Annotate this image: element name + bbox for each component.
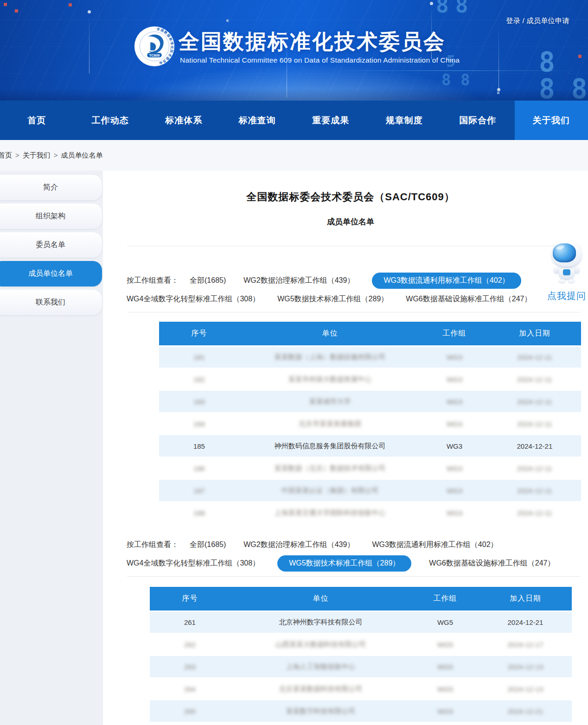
table-row: 262山西某某大数据科技有限公司WG52024-12-17 [150, 633, 572, 655]
cell-text: 264 [184, 685, 196, 693]
cell-text: 某某城市大学 [309, 397, 351, 405]
table-row: 186某某数据（北京）数据技术有限公司WG32024-12-11 [159, 457, 581, 479]
sidebar-item-contact-us[interactable]: 联系我们 [0, 290, 102, 315]
cell-text: 261 [184, 618, 196, 626]
cell-text: WG3 [447, 375, 462, 383]
decoration-square [226, 19, 229, 22]
table-cell: WG3 [421, 346, 488, 368]
filter-wg2[interactable]: WG2数据治理标准工作组（439） [243, 540, 354, 550]
filter-wg6[interactable]: WG6数据基础设施标准工作组（247） [429, 559, 555, 568]
filter-all[interactable]: 全部(1685) [190, 540, 226, 550]
table-cell: 上海某某交通大学国际科技创新中心 [239, 502, 421, 524]
table-cell: WG5 [411, 633, 479, 655]
filter-wg6[interactable]: WG6数据基础设施标准工作组（247） [406, 294, 531, 304]
cell-text: WG3 [447, 420, 462, 428]
nav-item-achievements[interactable]: 重要成果 [294, 101, 368, 140]
column-header-1: 单位 [239, 322, 421, 346]
workgroup-filters: 按工作组查看：全部(1685)WG2数据治理标准工作组（439）WG3数据流通利… [120, 271, 582, 308]
table-cell: 某某数字科技有限公司 [230, 700, 411, 722]
table-row: 188上海某某交通大学国际科技创新中心WG32024-12-11 [159, 502, 581, 524]
tc609-logo: 全国数据标准化技术委员会 TC609 [134, 26, 175, 67]
filter-row-2: WG4全域数字化转型标准工作组（308）WG5数据技术标准工作组（289）WG6… [127, 290, 582, 308]
table-cell: 183 [159, 390, 239, 413]
cell-text: 2024-12-21 [508, 618, 543, 626]
main-content: 全国数据标委会技术委员会（SAC/TC609） 成员单位名单 按工作组查看：全部… [103, 171, 588, 725]
table-cell: WG3 [421, 457, 488, 479]
cell-text: 某某市村级大数据发展中心 [288, 375, 372, 383]
column-header-3: 加入日期 [488, 322, 581, 346]
cell-text: 2024-12-11 [517, 375, 552, 383]
table-cell: 2024-12-21 [479, 611, 572, 633]
page-subtitle: 成员单位名单 [120, 216, 582, 227]
decoration-line [325, 70, 584, 71]
filter-wg5[interactable]: WG5数据技术标准工作组（289） [277, 555, 411, 572]
nav-item-home[interactable]: 首页 [0, 101, 74, 140]
assistant-widget[interactable]: 点我提问 [543, 240, 588, 302]
cell-text: WG5 [437, 663, 453, 671]
cell-text: 181 [193, 353, 205, 361]
decoration-digits: 8 8 [441, 70, 470, 89]
cell-text: 某某数据（上海）数据设施有限公司 [275, 353, 386, 361]
table-cell: WG3 [421, 368, 488, 390]
breadcrumb-item-0[interactable]: 首页 [0, 151, 12, 159]
filter-wg5[interactable]: WG5数据技术标准工作组（289） [277, 294, 388, 304]
sidebar-item-org-structure[interactable]: 组织架构 [0, 204, 102, 229]
sidebar-item-member-units[interactable]: 成员单位名单 [0, 261, 102, 286]
filter-row-1: 按工作组查看：全部(1685)WG2数据治理标准工作组（439）WG3数据流通利… [127, 271, 582, 290]
nav-item-standard-system[interactable]: 标准体系 [147, 101, 221, 140]
column-header-0: 序号 [159, 322, 239, 346]
cell-text: 北京市某某发展集团 [299, 420, 361, 427]
nav-item-regulations[interactable]: 规章制度 [368, 101, 441, 140]
filter-wg4[interactable]: WG4全域数字化转型标准工作组（308） [127, 294, 260, 304]
login-link[interactable]: 登录 / 成员单位申请 [506, 16, 569, 26]
cell-text: WG3 [447, 442, 462, 450]
table-cell: 186 [159, 457, 239, 479]
nav-item-about-us[interactable]: 关于我们 [515, 101, 588, 140]
cell-text: 上海人工智能创新中心 [286, 662, 356, 670]
filter-wg3[interactable]: WG3数据流通利用标准工作组（402） [372, 540, 498, 550]
cell-text: 北京某某数据科技有限公司 [279, 685, 363, 693]
column-header-0: 序号 [150, 587, 230, 611]
table-cell: 某某数据（北京）数据技术有限公司 [239, 457, 421, 479]
cell-text: 神州数码信息服务集团股份有限公司 [275, 442, 386, 450]
table-cell: 184 [159, 413, 239, 435]
filter-wg2[interactable]: WG2数据治理标准工作组（439） [243, 276, 354, 286]
cell-text: 185 [193, 442, 205, 450]
breadcrumb-item-1[interactable]: 关于我们 [23, 151, 51, 159]
section-2: 按工作组查看：全部(1685)WG2数据治理标准工作组（439）WG3数据流通利… [120, 535, 582, 723]
nav-item-international[interactable]: 国际合作 [441, 101, 515, 140]
robot-mascot-icon[interactable] [550, 240, 584, 285]
header-banner: 88 8 8 8 5 8 8 全国数据标准化技术委员会 TC609 全国数据标准… [0, 0, 588, 101]
workgroup-filters: 按工作组查看：全部(1685)WG2数据治理标准工作组（439）WG3数据流通利… [120, 535, 582, 572]
decoration-square [69, 3, 72, 6]
ask-me-label[interactable]: 点我提问 [543, 290, 588, 302]
breadcrumb: 首页>关于我们>成员单位名单 [0, 151, 103, 160]
cell-text: WG3 [447, 353, 462, 361]
filter-group-label: 按工作组查看： [127, 276, 179, 286]
breadcrumb-separator: > [54, 151, 58, 159]
breadcrumb-item-2: 成员单位名单 [61, 151, 103, 159]
sidebar-item-committee-members[interactable]: 委员名单 [0, 232, 102, 258]
filter-all[interactable]: 全部(1685) [190, 276, 226, 286]
sidebar-item-intro[interactable]: 简介 [0, 175, 102, 200]
section-divider [127, 576, 581, 577]
nav-item-standard-search[interactable]: 标准查询 [221, 101, 294, 140]
nav-item-work-news[interactable]: 工作动态 [74, 101, 147, 140]
filter-wg4[interactable]: WG4全域数字化转型标准工作组（308） [127, 559, 260, 568]
table-cell: 某某数据（上海）数据设施有限公司 [239, 346, 421, 368]
filter-wg3[interactable]: WG3数据流通利用标准工作组（402） [372, 273, 521, 289]
table-cell: 某某城市大学 [239, 390, 421, 413]
table-header-row: 序号单位工作组加入日期 [150, 587, 572, 611]
filter-group-label: 按工作组查看： [127, 540, 179, 550]
table-cell: 2024-12-11 [488, 390, 581, 413]
decoration-square [578, 55, 582, 58]
table-row: 187中国某某认证（集团）有限公司WG32024-12-11 [159, 479, 581, 502]
cell-text: 186 [193, 464, 205, 472]
section-divider [127, 246, 581, 246]
table-cell: WG3 [421, 390, 488, 413]
filter-row-1: 按工作组查看：全部(1685)WG2数据治理标准工作组（439）WG3数据流通利… [127, 535, 582, 554]
cell-text: 某某数字科技有限公司 [286, 707, 356, 715]
decoration-line [499, 25, 499, 90]
cell-text: 2024-12-11 [517, 398, 552, 406]
decoration-dot [497, 88, 500, 91]
